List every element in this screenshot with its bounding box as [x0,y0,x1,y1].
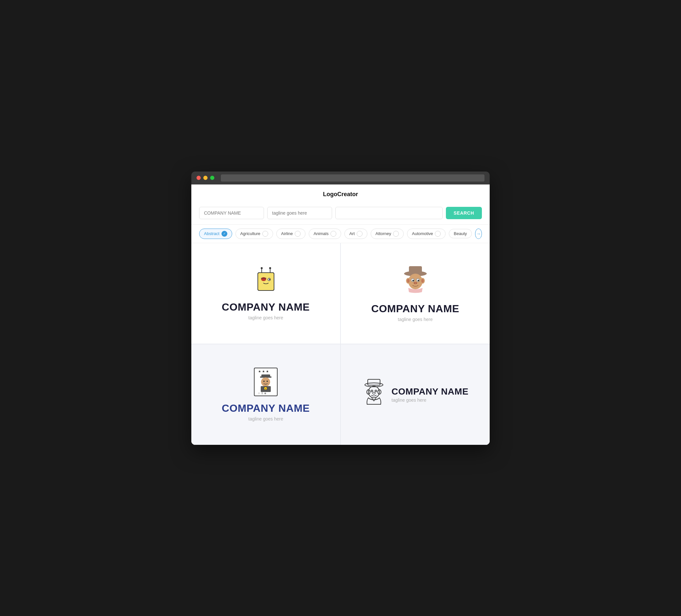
close-button[interactable] [197,176,201,180]
logo3-company: COMPANY NAME [222,402,310,414]
logo-icon-3: ★ ★ ★ [254,367,278,396]
tagline-input[interactable] [267,207,332,219]
svg-point-2 [261,267,263,269]
check-icon-animals: ✓ [330,231,336,237]
check-icon-automotive: ✓ [435,231,441,237]
app-title: LogoCreator [191,184,490,202]
filter-label-art: Art [349,231,355,236]
svg-text:☺ $ ☻: ☺ $ ☻ [257,392,267,395]
logo-card-1[interactable]: COMPANY NAME tagline goes here [191,243,340,344]
logo4-company: COMPANY NAME [392,386,468,397]
filter-chip-automotive[interactable]: Automotive ✓ [407,229,446,239]
logo-icon-1 [253,266,279,296]
filter-label-agriculture: Agriculture [240,231,260,236]
svg-point-20 [412,280,414,281]
svg-point-45 [373,392,375,394]
filter-chip-attorney[interactable]: Attorney ✓ [371,229,404,239]
logo3-tagline: tagline goes here [248,416,283,421]
svg-point-17 [421,279,424,283]
logo4-inline: COMPANY NAME tagline goes here [362,378,468,411]
logo1-company: COMPANY NAME [222,301,310,313]
svg-point-6 [261,277,266,281]
logo4-tagline: tagline goes here [392,397,468,403]
svg-point-24 [416,283,417,284]
logo-icon-2 [401,264,430,297]
search-button[interactable]: SEARCH [446,207,482,219]
filter-chip-art[interactable]: Art ✓ [345,229,368,239]
extra-search-input[interactable] [335,207,443,219]
svg-point-9 [269,279,270,280]
logo-card-2[interactable]: COMPANY NAME tagline goes here [341,243,490,344]
logo-card-3[interactable]: ★ ★ ★ [191,344,340,445]
logo-card-4[interactable]: COMPANY NAME tagline goes here [341,344,490,445]
svg-point-43 [372,391,372,391]
company-name-input[interactable] [199,207,264,219]
filter-chip-airline[interactable]: Airline ✓ [276,229,305,239]
app-window: LogoCreator SEARCH Abstract ✓ Agricultur… [191,172,490,445]
svg-point-5 [259,274,272,287]
filter-chip-animals[interactable]: Animals ✓ [309,229,341,239]
logo1-tagline: tagline goes here [248,315,283,320]
check-icon-abstract: ✓ [222,231,227,237]
check-icon-agriculture: ✓ [262,231,268,237]
svg-point-30 [263,381,264,382]
check-icon-airline: ✓ [295,231,301,237]
app-content: LogoCreator SEARCH Abstract ✓ Agricultur… [191,184,490,445]
svg-point-31 [267,381,268,382]
logo2-tagline: tagline goes here [398,317,433,322]
filter-label-attorney: Attorney [376,231,391,236]
svg-point-29 [261,377,270,386]
filter-chip-agriculture[interactable]: Agriculture ✓ [235,229,273,239]
filter-label-beauty: Beauty [454,231,466,236]
svg-point-4 [269,267,271,269]
filter-chip-beauty[interactable]: Beauty [449,229,472,238]
filter-label-animals: Animals [313,231,328,236]
svg-rect-37 [368,379,380,385]
logo2-company: COMPANY NAME [371,303,459,315]
svg-text:★ ★ ★: ★ ★ ★ [258,369,269,373]
filter-label-airline: Airline [281,231,293,236]
check-icon-attorney: ✓ [393,231,399,237]
svg-point-16 [407,279,409,283]
check-icon-art: ✓ [357,231,362,237]
filter-bar: Abstract ✓ Agriculture ✓ Airline ✓ Anima… [191,225,490,243]
filter-label-automotive: Automotive [412,231,433,236]
logo4-text-block: COMPANY NAME tagline goes here [392,386,468,403]
maximize-button[interactable] [210,176,215,180]
url-bar[interactable] [221,174,484,182]
logo-grid: COMPANY NAME tagline goes here [191,243,490,445]
svg-point-21 [418,280,419,281]
svg-point-23 [414,283,415,284]
next-filters-button[interactable]: → [475,229,482,239]
search-bar: SEARCH [191,202,490,225]
filter-label-abstract: Abstract [204,231,220,236]
filter-chip-abstract[interactable]: Abstract ✓ [199,229,232,239]
minimize-button[interactable] [203,176,207,180]
logo-icon-4 [362,378,386,405]
titlebar [191,172,490,184]
svg-point-44 [376,391,376,391]
svg-rect-12 [409,266,422,275]
